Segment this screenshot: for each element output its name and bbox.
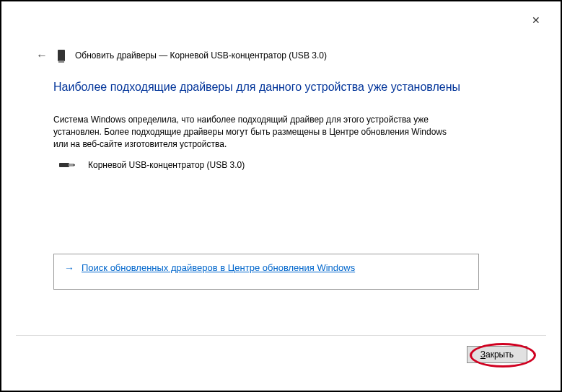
driver-update-dialog: ✕ ← Обновить драйверы — Корневой USB-кон… [1, 1, 561, 391]
windows-update-link-text: Поиск обновленных драйверов в Центре обн… [82, 262, 355, 275]
dialog-footer: Закрыть [16, 335, 546, 363]
dialog-header: ← Обновить драйверы — Корневой USB-конце… [36, 49, 327, 62]
device-icon [58, 50, 65, 61]
back-arrow-icon[interactable]: ← [36, 49, 48, 62]
device-row: Корневой USB-концентратор (USB 3.0) [59, 160, 509, 170]
svg-rect-2 [73, 164, 75, 166]
usb-connector-icon [59, 161, 75, 169]
windows-update-link-box[interactable]: → Поиск обновленных драйверов в Центре о… [53, 254, 479, 290]
status-description: Система Windows определила, что наиболее… [53, 114, 457, 150]
close-button[interactable]: Закрыть [467, 346, 527, 363]
arrow-right-icon: → [64, 262, 74, 274]
close-button-accelerator: З [480, 349, 486, 360]
window-title: Обновить драйверы — Корневой USB-концент… [75, 50, 327, 61]
status-heading: Наиболее подходящие драйверы для данного… [53, 81, 509, 94]
main-content: Наиболее подходящие драйверы для данного… [53, 81, 509, 170]
device-name: Корневой USB-концентратор (USB 3.0) [88, 160, 245, 170]
svg-rect-0 [59, 163, 69, 167]
close-button-rest: акрыть [486, 349, 514, 360]
close-icon[interactable]: ✕ [532, 14, 540, 26]
